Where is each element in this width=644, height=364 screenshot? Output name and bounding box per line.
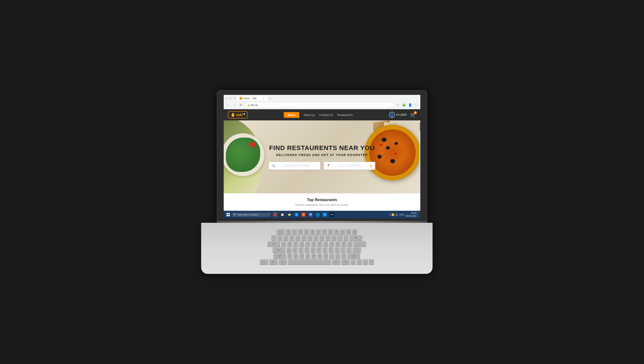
key-left[interactable]: ← bbox=[351, 259, 356, 264]
key-x[interactable]: X bbox=[293, 253, 298, 258]
key-minus[interactable]: - bbox=[338, 235, 342, 240]
key-alt-l[interactable]: alt bbox=[279, 259, 287, 264]
key-4[interactable]: 4 bbox=[296, 235, 300, 240]
nav-home[interactable]: Home bbox=[284, 112, 299, 118]
key-6[interactable]: 6 bbox=[308, 235, 312, 240]
taskbar-clock[interactable]: 14:03 04-03-2021 bbox=[406, 212, 416, 218]
key-shift-r[interactable]: shift bbox=[347, 253, 360, 258]
browser-tab[interactable]: Home :: Taki × bbox=[237, 96, 267, 100]
key-semicolon[interactable]: ; bbox=[340, 247, 346, 252]
key-h[interactable]: H bbox=[316, 247, 322, 252]
key-f12[interactable]: F12 bbox=[352, 229, 357, 234]
key-8[interactable]: 8 bbox=[320, 235, 324, 240]
nav-restaurants[interactable]: Restaurant's bbox=[337, 113, 353, 116]
key-7[interactable]: 7 bbox=[314, 235, 318, 240]
network-icon[interactable]: 📶 bbox=[391, 213, 394, 216]
taskbar-app-chrome[interactable]: 🌐 bbox=[314, 211, 321, 218]
maximize-button[interactable] bbox=[229, 97, 232, 100]
restaurant-search-bar[interactable]: 🔍 RESTAURENT NAME bbox=[269, 162, 320, 170]
key-ctrl-l[interactable]: ctrl bbox=[260, 259, 268, 264]
key-3[interactable]: 3 bbox=[289, 235, 294, 240]
key-f[interactable]: F bbox=[304, 247, 310, 252]
key-5[interactable]: 5 bbox=[302, 235, 306, 240]
key-right[interactable]: → bbox=[369, 259, 374, 264]
key-j[interactable]: J bbox=[322, 247, 328, 252]
key-f10[interactable]: F10 bbox=[340, 229, 345, 234]
location-search-bar[interactable]: 📍 ALL LOCATIONS ⊕ bbox=[324, 162, 375, 170]
key-i[interactable]: I bbox=[323, 241, 328, 246]
key-0[interactable]: 0 bbox=[332, 235, 336, 240]
key-shift-l[interactable]: shift bbox=[274, 253, 286, 258]
key-t[interactable]: T bbox=[305, 241, 310, 246]
nav-about[interactable]: About-us bbox=[304, 113, 315, 116]
key-z[interactable]: Z bbox=[287, 253, 292, 258]
key-d[interactable]: D bbox=[298, 247, 304, 252]
taskbar-app-photoshop[interactable]: Ps bbox=[328, 211, 335, 218]
taskbar-app-taskview[interactable]: ⬜ bbox=[279, 211, 286, 218]
chevron-up-icon[interactable]: ∧ bbox=[389, 213, 390, 216]
key-q[interactable]: Q bbox=[281, 241, 286, 246]
minimize-button[interactable] bbox=[226, 97, 228, 100]
gps-icon[interactable]: ⊕ bbox=[370, 164, 372, 168]
extensions-icon[interactable]: 🧩 bbox=[402, 102, 406, 108]
key-f1[interactable]: F1 bbox=[286, 229, 291, 234]
key-backslash[interactable]: \ bbox=[353, 241, 366, 246]
key-k[interactable]: K bbox=[328, 247, 334, 252]
user-area[interactable]: 👤 HI USER bbox=[389, 112, 407, 118]
key-u[interactable]: U bbox=[317, 241, 322, 246]
cart-area[interactable]: 🛒 0 bbox=[410, 112, 416, 118]
menu-icon[interactable]: ⋮ bbox=[414, 102, 418, 108]
back-button[interactable]: ← bbox=[226, 102, 230, 108]
taskbar-app-office[interactable]: O bbox=[300, 211, 307, 218]
key-n[interactable]: N bbox=[317, 253, 322, 258]
key-p[interactable]: P bbox=[335, 241, 340, 246]
key-c[interactable]: C bbox=[299, 253, 304, 258]
reload-button[interactable]: ↻ bbox=[238, 102, 244, 108]
key-tab[interactable]: tab bbox=[268, 241, 280, 246]
key-f4[interactable]: F4 bbox=[304, 229, 309, 234]
key-esc[interactable]: esc bbox=[276, 229, 285, 234]
key-g[interactable]: G bbox=[310, 247, 316, 252]
key-down[interactable]: ↓ bbox=[363, 259, 368, 264]
key-m[interactable]: M bbox=[323, 253, 328, 258]
key-caps[interactable]: caps bbox=[273, 247, 286, 252]
key-f8[interactable]: F8 bbox=[328, 229, 333, 234]
new-tab-button[interactable]: + bbox=[268, 96, 273, 100]
profile-icon[interactable]: 👤 bbox=[408, 102, 412, 108]
taskbar-app-word[interactable]: W bbox=[307, 211, 314, 218]
scrollbar[interactable] bbox=[420, 120, 420, 194]
key-b[interactable]: B bbox=[311, 253, 316, 258]
key-alt-r[interactable]: alt bbox=[332, 259, 340, 264]
key-f2[interactable]: F2 bbox=[292, 229, 297, 234]
key-y[interactable]: Y bbox=[311, 241, 316, 246]
address-bar[interactable]: 🔒 taki.vip bbox=[245, 102, 394, 108]
key-win[interactable]: ⊞ bbox=[269, 259, 278, 264]
key-a[interactable]: A bbox=[286, 247, 292, 252]
key-f11[interactable]: F11 bbox=[346, 229, 351, 234]
taskbar-app-cortana[interactable]: ⭕ bbox=[272, 211, 279, 218]
key-space[interactable] bbox=[288, 259, 331, 264]
forward-button[interactable]: → bbox=[232, 102, 237, 108]
taskbar-app-explorer[interactable]: 📁 bbox=[286, 211, 293, 218]
key-backspace[interactable]: ⌫ bbox=[350, 235, 362, 240]
key-f9[interactable]: F9 bbox=[334, 229, 339, 234]
key-quote[interactable]: ' bbox=[346, 247, 352, 252]
bookmark-icon[interactable]: ☆ bbox=[396, 102, 400, 108]
taskbar-app-edge[interactable]: e bbox=[293, 211, 300, 218]
show-desktop-button[interactable] bbox=[418, 212, 419, 218]
key-s[interactable]: S bbox=[292, 247, 298, 252]
key-comma[interactable]: , bbox=[329, 253, 334, 258]
key-ctrl-r[interactable]: ctrl bbox=[341, 259, 350, 264]
key-backtick[interactable]: ` bbox=[271, 235, 276, 240]
key-up[interactable]: ↑ bbox=[357, 259, 362, 264]
taskbar-search-box[interactable]: 🔍 Type here to search bbox=[232, 213, 270, 217]
key-1[interactable]: 1 bbox=[277, 235, 282, 240]
key-v[interactable]: V bbox=[305, 253, 310, 258]
key-f7[interactable]: F7 bbox=[322, 229, 327, 234]
key-f3[interactable]: F3 bbox=[298, 229, 303, 234]
tab-close-button[interactable]: × bbox=[263, 97, 264, 100]
key-e[interactable]: E bbox=[293, 241, 298, 246]
nav-contact[interactable]: Contact Us bbox=[319, 113, 333, 116]
key-f6[interactable]: F6 bbox=[316, 229, 321, 234]
key-r[interactable]: R bbox=[299, 241, 304, 246]
